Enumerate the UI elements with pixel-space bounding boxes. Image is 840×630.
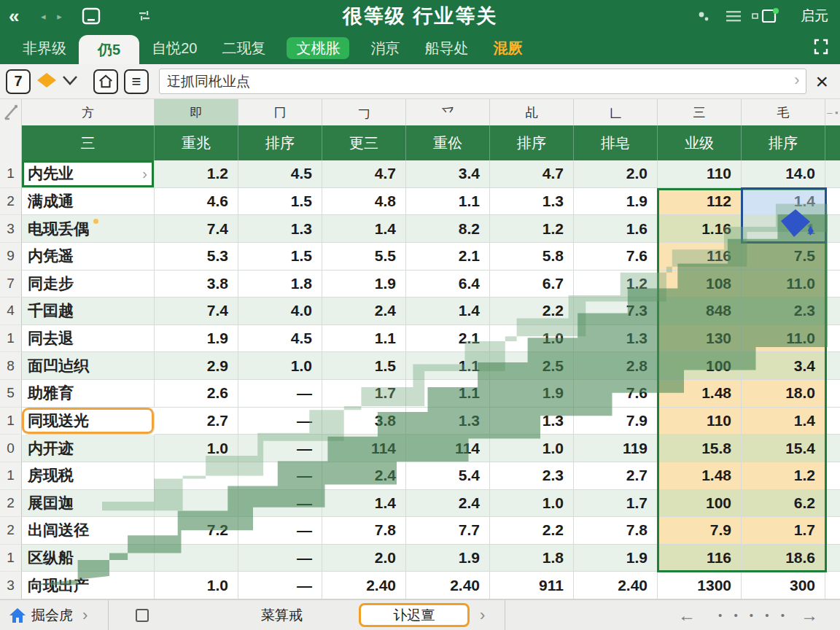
cell[interactable]: — bbox=[238, 408, 322, 435]
formula-expand-icon[interactable]: › bbox=[794, 71, 799, 90]
cell[interactable]: 1.0 bbox=[238, 352, 322, 380]
cell[interactable]: 114 bbox=[322, 435, 406, 462]
cell[interactable]: 2.4 bbox=[406, 490, 490, 518]
cell[interactable]: 2.2 bbox=[490, 517, 574, 545]
cell[interactable]: 3.8 bbox=[322, 408, 406, 435]
cell[interactable]: 2.7 bbox=[574, 462, 658, 490]
cell-style-button[interactable]: 7 bbox=[6, 69, 31, 94]
cell[interactable]: 7.5 bbox=[742, 243, 825, 271]
cell[interactable]: 18.0 bbox=[742, 380, 825, 408]
sheet-tabs-more-icon[interactable]: › bbox=[480, 600, 485, 630]
close-icon[interactable]: × bbox=[815, 71, 828, 93]
row-label-cell[interactable]: 同现送光 bbox=[22, 408, 155, 435]
cell[interactable]: 1.1 bbox=[406, 380, 490, 408]
cell[interactable]: 7.6 bbox=[574, 243, 658, 271]
cell[interactable]: 1.7 bbox=[742, 517, 825, 545]
cell[interactable]: 14.0 bbox=[742, 160, 825, 188]
cell[interactable]: 4.7 bbox=[322, 160, 406, 188]
cell[interactable]: 3.8 bbox=[155, 271, 238, 298]
cell[interactable]: 911 bbox=[490, 572, 574, 599]
cell[interactable]: 110 bbox=[658, 160, 742, 188]
row-number[interactable]: 2 bbox=[0, 490, 22, 518]
column-letter[interactable]: 即 bbox=[155, 99, 238, 125]
cell[interactable] bbox=[155, 490, 238, 518]
cell[interactable] bbox=[155, 462, 238, 490]
column-letter[interactable]: 三 bbox=[658, 99, 742, 125]
cell[interactable]: 7.7 bbox=[406, 517, 490, 545]
row-number[interactable]: 3 bbox=[0, 572, 22, 599]
row-label-cell[interactable]: 面凹迠织 bbox=[22, 352, 155, 380]
cell[interactable]: — bbox=[238, 572, 322, 599]
row-label-cell[interactable]: 展囯迦 bbox=[22, 490, 155, 518]
scroll-right-icon[interactable]: → bbox=[801, 600, 818, 630]
cell[interactable]: 1.9 bbox=[574, 545, 658, 572]
row-number[interactable]: 2 bbox=[0, 517, 22, 545]
row-label-cell[interactable]: 内凭遥 bbox=[22, 243, 155, 271]
cell[interactable]: 6.7 bbox=[490, 271, 574, 298]
row-label-cell[interactable]: 助雅育 bbox=[22, 380, 155, 408]
row-number[interactable]: 1 bbox=[0, 408, 22, 435]
cell[interactable]: 1.0 bbox=[155, 435, 238, 462]
cell[interactable]: 119 bbox=[574, 435, 658, 462]
cell[interactable]: 1.9 bbox=[322, 271, 406, 298]
ribbon-tab[interactable]: 消亰 bbox=[358, 32, 412, 64]
table-header-cell[interactable]: 排皂 bbox=[574, 125, 658, 160]
cell[interactable]: 7.2 bbox=[155, 517, 238, 545]
cell[interactable]: 8.2 bbox=[406, 215, 490, 243]
cell[interactable]: 5.3 bbox=[155, 243, 238, 271]
cell[interactable]: — bbox=[238, 517, 322, 545]
cell[interactable]: 7.4 bbox=[155, 215, 238, 243]
table-header-cell[interactable]: 排序 bbox=[238, 125, 322, 160]
cell[interactable]: 4.6 bbox=[155, 188, 238, 216]
cell[interactable]: 4.5 bbox=[238, 160, 322, 188]
sheet-home-button[interactable]: 掘会虎 › bbox=[9, 600, 88, 630]
cell[interactable]: 1.0 bbox=[490, 435, 574, 462]
select-all-corner[interactable] bbox=[0, 99, 22, 125]
home-button[interactable] bbox=[93, 69, 118, 94]
cell[interactable]: 1.2 bbox=[490, 215, 574, 243]
fill-tool-icon[interactable] bbox=[35, 70, 58, 93]
cell[interactable]: 2.8 bbox=[574, 352, 658, 380]
cell[interactable]: — bbox=[238, 490, 322, 518]
column-letter[interactable]: 方 bbox=[22, 99, 155, 125]
cell[interactable]: 116 bbox=[658, 545, 742, 572]
cell[interactable]: 1.2 bbox=[574, 271, 658, 298]
row-number[interactable]: 8 bbox=[0, 352, 22, 380]
cell[interactable]: 2.1 bbox=[406, 243, 490, 271]
table-header-cell[interactable]: 重伀 bbox=[406, 125, 490, 160]
cell[interactable]: 848 bbox=[658, 298, 742, 325]
cell[interactable]: 15.8 bbox=[658, 435, 742, 462]
cell[interactable]: — bbox=[238, 435, 322, 462]
table-header-cell[interactable]: 重兆 bbox=[155, 125, 238, 160]
cell[interactable]: 1.48 bbox=[658, 462, 742, 490]
cell[interactable]: 300 bbox=[742, 572, 825, 599]
row-number[interactable]: 5 bbox=[0, 380, 22, 408]
cell[interactable]: 4.5 bbox=[238, 325, 322, 353]
cell[interactable]: 1300 bbox=[658, 572, 742, 599]
row-number[interactable]: 3 bbox=[0, 215, 22, 243]
cell[interactable]: 4.7 bbox=[490, 160, 574, 188]
menu-button[interactable]: ≡ bbox=[124, 69, 149, 94]
row-number[interactable]: 1 bbox=[0, 160, 22, 188]
cell[interactable]: 2.0 bbox=[322, 545, 406, 572]
cell[interactable]: 1.9 bbox=[406, 545, 490, 572]
cell[interactable]: 6.2 bbox=[742, 490, 825, 518]
cell[interactable]: 2.4 bbox=[322, 462, 406, 490]
cell[interactable]: 1.16 bbox=[658, 215, 742, 243]
cell[interactable]: 1.8 bbox=[490, 545, 574, 572]
cell[interactable]: 1.7 bbox=[574, 490, 658, 518]
table-header-cell[interactable]: 三 bbox=[22, 125, 155, 160]
cell[interactable]: — bbox=[238, 462, 322, 490]
table-header-cell[interactable]: 排序 bbox=[742, 125, 825, 160]
cell[interactable]: 1 bbox=[742, 215, 825, 243]
cell[interactable]: 1.8 bbox=[238, 271, 322, 298]
cell[interactable]: 11.0 bbox=[742, 325, 825, 353]
cell[interactable]: 7.9 bbox=[574, 408, 658, 435]
cell[interactable]: 1.0 bbox=[155, 572, 238, 599]
cell[interactable]: 5.8 bbox=[490, 243, 574, 271]
row-label-cell[interactable]: 电现丢偶 bbox=[22, 215, 155, 243]
cell[interactable]: 11.0 bbox=[742, 271, 825, 298]
row-number[interactable]: 1 bbox=[0, 325, 22, 353]
share-icon[interactable] bbox=[696, 0, 711, 32]
cell[interactable]: 1.4 bbox=[322, 215, 406, 243]
